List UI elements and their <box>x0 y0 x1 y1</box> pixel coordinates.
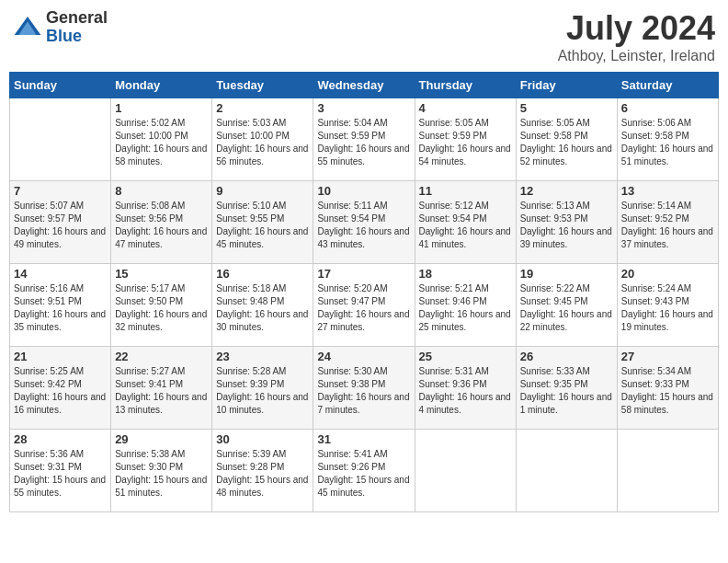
day-info: Sunrise: 5:10 AMSunset: 9:55 PMDaylight:… <box>216 200 309 251</box>
day-info: Sunrise: 5:03 AMSunset: 10:00 PMDaylight… <box>216 117 309 168</box>
day-cell: 7Sunrise: 5:07 AMSunset: 9:57 PMDaylight… <box>10 181 111 264</box>
day-cell <box>516 430 617 512</box>
day-number: 24 <box>317 350 410 363</box>
col-header-friday: Friday <box>516 73 617 98</box>
day-number: 11 <box>419 184 512 198</box>
day-cell: 5Sunrise: 5:05 AMSunset: 9:58 PMDaylight… <box>516 98 617 181</box>
day-info: Sunrise: 5:30 AMSunset: 9:38 PMDaylight:… <box>317 365 410 417</box>
day-number: 19 <box>520 267 613 281</box>
day-number: 30 <box>216 432 309 446</box>
day-cell: 19Sunrise: 5:22 AMSunset: 9:45 PMDayligh… <box>516 264 617 347</box>
col-header-wednesday: Wednesday <box>313 73 415 98</box>
day-cell: 29Sunrise: 5:38 AMSunset: 9:30 PMDayligh… <box>111 430 212 512</box>
day-info: Sunrise: 5:02 AMSunset: 10:00 PMDaylight… <box>115 117 208 168</box>
week-row-5: 28Sunrise: 5:36 AMSunset: 9:31 PMDayligh… <box>10 430 719 512</box>
day-cell: 6Sunrise: 5:06 AMSunset: 9:58 PMDaylight… <box>617 98 718 181</box>
day-info: Sunrise: 5:33 AMSunset: 9:35 PMDaylight:… <box>520 365 613 417</box>
day-info: Sunrise: 5:24 AMSunset: 9:43 PMDaylight:… <box>621 282 714 334</box>
day-cell: 21Sunrise: 5:25 AMSunset: 9:42 PMDayligh… <box>10 347 111 430</box>
week-row-3: 14Sunrise: 5:16 AMSunset: 9:51 PMDayligh… <box>10 264 719 347</box>
day-info: Sunrise: 5:06 AMSunset: 9:58 PMDaylight:… <box>621 117 714 168</box>
day-cell: 30Sunrise: 5:39 AMSunset: 9:28 PMDayligh… <box>212 430 313 512</box>
day-cell: 16Sunrise: 5:18 AMSunset: 9:48 PMDayligh… <box>212 264 313 347</box>
day-cell <box>415 430 516 512</box>
day-cell: 31Sunrise: 5:41 AMSunset: 9:26 PMDayligh… <box>313 430 415 512</box>
logo-text: General Blue <box>46 9 108 46</box>
day-info: Sunrise: 5:39 AMSunset: 9:28 PMDaylight:… <box>216 448 309 500</box>
day-number: 21 <box>14 350 107 363</box>
day-cell <box>10 98 111 181</box>
week-row-1: 1Sunrise: 5:02 AMSunset: 10:00 PMDayligh… <box>10 98 719 181</box>
logo-icon <box>13 13 42 42</box>
day-info: Sunrise: 5:21 AMSunset: 9:46 PMDaylight:… <box>419 282 512 334</box>
day-number: 7 <box>14 184 107 198</box>
day-number: 13 <box>621 184 714 198</box>
logo-general-label: General <box>46 9 108 28</box>
day-number: 5 <box>520 101 613 115</box>
day-number: 15 <box>115 267 208 281</box>
day-number: 16 <box>216 267 309 281</box>
day-info: Sunrise: 5:05 AMSunset: 9:58 PMDaylight:… <box>520 117 613 168</box>
day-cell: 18Sunrise: 5:21 AMSunset: 9:46 PMDayligh… <box>415 264 516 347</box>
day-number: 10 <box>317 184 410 198</box>
day-number: 28 <box>14 432 107 446</box>
day-cell: 27Sunrise: 5:34 AMSunset: 9:33 PMDayligh… <box>617 347 718 430</box>
day-number: 1 <box>115 101 208 115</box>
day-cell: 25Sunrise: 5:31 AMSunset: 9:36 PMDayligh… <box>415 347 516 430</box>
day-info: Sunrise: 5:14 AMSunset: 9:52 PMDaylight:… <box>621 200 714 251</box>
day-info: Sunrise: 5:31 AMSunset: 9:36 PMDaylight:… <box>419 365 512 417</box>
day-number: 2 <box>216 101 309 115</box>
day-number: 4 <box>419 101 512 115</box>
day-number: 29 <box>115 432 208 446</box>
day-cell <box>617 430 718 512</box>
day-cell: 9Sunrise: 5:10 AMSunset: 9:55 PMDaylight… <box>212 181 313 264</box>
day-number: 27 <box>621 350 714 363</box>
day-info: Sunrise: 5:36 AMSunset: 9:31 PMDaylight:… <box>14 448 107 500</box>
calendar-table: SundayMondayTuesdayWednesdayThursdayFrid… <box>9 72 719 512</box>
day-info: Sunrise: 5:16 AMSunset: 9:51 PMDaylight:… <box>14 282 107 334</box>
col-header-tuesday: Tuesday <box>212 73 313 98</box>
title-block: July 2024 Athboy, Leinster, Ireland <box>558 9 715 64</box>
day-info: Sunrise: 5:41 AMSunset: 9:26 PMDaylight:… <box>317 448 410 500</box>
day-cell: 22Sunrise: 5:27 AMSunset: 9:41 PMDayligh… <box>111 347 212 430</box>
day-info: Sunrise: 5:22 AMSunset: 9:45 PMDaylight:… <box>520 282 613 334</box>
day-cell: 26Sunrise: 5:33 AMSunset: 9:35 PMDayligh… <box>516 347 617 430</box>
col-header-thursday: Thursday <box>415 73 516 98</box>
day-info: Sunrise: 5:25 AMSunset: 9:42 PMDaylight:… <box>14 365 107 417</box>
day-cell: 3Sunrise: 5:04 AMSunset: 9:59 PMDaylight… <box>313 98 415 181</box>
week-row-2: 7Sunrise: 5:07 AMSunset: 9:57 PMDaylight… <box>10 181 719 264</box>
day-number: 3 <box>317 101 410 115</box>
day-info: Sunrise: 5:18 AMSunset: 9:48 PMDaylight:… <box>216 282 309 334</box>
day-number: 12 <box>520 184 613 198</box>
day-info: Sunrise: 5:07 AMSunset: 9:57 PMDaylight:… <box>14 200 107 251</box>
day-info: Sunrise: 5:08 AMSunset: 9:56 PMDaylight:… <box>115 200 208 251</box>
day-cell: 1Sunrise: 5:02 AMSunset: 10:00 PMDayligh… <box>111 98 212 181</box>
day-cell: 28Sunrise: 5:36 AMSunset: 9:31 PMDayligh… <box>10 430 111 512</box>
week-row-4: 21Sunrise: 5:25 AMSunset: 9:42 PMDayligh… <box>10 347 719 430</box>
day-number: 22 <box>115 350 208 363</box>
day-cell: 24Sunrise: 5:30 AMSunset: 9:38 PMDayligh… <box>313 347 415 430</box>
day-info: Sunrise: 5:05 AMSunset: 9:59 PMDaylight:… <box>419 117 512 168</box>
day-number: 26 <box>520 350 613 363</box>
calendar-header-row: SundayMondayTuesdayWednesdayThursdayFrid… <box>10 73 719 98</box>
logo: General Blue <box>13 9 108 46</box>
day-cell: 2Sunrise: 5:03 AMSunset: 10:00 PMDayligh… <box>212 98 313 181</box>
day-number: 23 <box>216 350 309 363</box>
day-cell: 10Sunrise: 5:11 AMSunset: 9:54 PMDayligh… <box>313 181 415 264</box>
day-info: Sunrise: 5:28 AMSunset: 9:39 PMDaylight:… <box>216 365 309 417</box>
day-info: Sunrise: 5:17 AMSunset: 9:50 PMDaylight:… <box>115 282 208 334</box>
day-info: Sunrise: 5:27 AMSunset: 9:41 PMDaylight:… <box>115 365 208 417</box>
day-number: 20 <box>621 267 714 281</box>
day-cell: 17Sunrise: 5:20 AMSunset: 9:47 PMDayligh… <box>313 264 415 347</box>
day-number: 6 <box>621 101 714 115</box>
day-info: Sunrise: 5:38 AMSunset: 9:30 PMDaylight:… <box>115 448 208 500</box>
day-cell: 23Sunrise: 5:28 AMSunset: 9:39 PMDayligh… <box>212 347 313 430</box>
day-cell: 20Sunrise: 5:24 AMSunset: 9:43 PMDayligh… <box>617 264 718 347</box>
day-cell: 8Sunrise: 5:08 AMSunset: 9:56 PMDaylight… <box>111 181 212 264</box>
day-number: 31 <box>317 432 410 446</box>
day-cell: 15Sunrise: 5:17 AMSunset: 9:50 PMDayligh… <box>111 264 212 347</box>
day-info: Sunrise: 5:12 AMSunset: 9:54 PMDaylight:… <box>419 200 512 251</box>
day-cell: 14Sunrise: 5:16 AMSunset: 9:51 PMDayligh… <box>10 264 111 347</box>
day-cell: 13Sunrise: 5:14 AMSunset: 9:52 PMDayligh… <box>617 181 718 264</box>
day-info: Sunrise: 5:04 AMSunset: 9:59 PMDaylight:… <box>317 117 410 168</box>
